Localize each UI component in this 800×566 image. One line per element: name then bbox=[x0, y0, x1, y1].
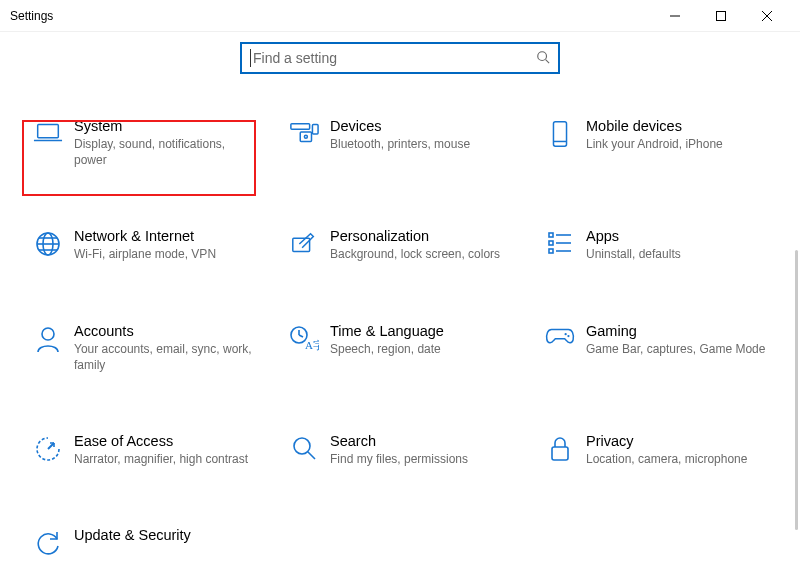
content-area: Find a setting System Display, sound, no… bbox=[0, 32, 800, 566]
window-title: Settings bbox=[10, 9, 53, 23]
tile-desc: Speech, region, date bbox=[330, 341, 516, 357]
tile-desc: Your accounts, email, sync, work, family bbox=[74, 341, 260, 373]
tile-title: Ease of Access bbox=[74, 433, 260, 449]
svg-rect-20 bbox=[549, 233, 553, 237]
maximize-icon bbox=[716, 11, 726, 21]
time-language-icon: A字 bbox=[284, 323, 324, 353]
tile-mobile-devices[interactable]: Mobile devices Link your Android, iPhone bbox=[536, 114, 776, 172]
minimize-button[interactable] bbox=[652, 0, 698, 32]
row-3: Accounts Your accounts, email, sync, wor… bbox=[24, 319, 776, 377]
tile-title: Mobile devices bbox=[586, 118, 772, 134]
vertical-scrollbar[interactable] bbox=[795, 250, 798, 530]
close-button[interactable] bbox=[744, 0, 790, 32]
svg-line-5 bbox=[546, 59, 550, 63]
tile-title: Time & Language bbox=[330, 323, 516, 339]
maximize-button[interactable] bbox=[698, 0, 744, 32]
update-icon bbox=[28, 527, 68, 557]
tile-desc: Uninstall, defaults bbox=[586, 246, 772, 262]
tile-desc: Display, sound, notifications, power bbox=[74, 136, 260, 168]
row-2: Network & Internet Wi-Fi, airplane mode,… bbox=[24, 224, 776, 266]
tile-system[interactable]: System Display, sound, notifications, po… bbox=[24, 114, 264, 172]
tile-title: Gaming bbox=[586, 323, 772, 339]
tile-title: Privacy bbox=[586, 433, 772, 449]
tile-title: Accounts bbox=[74, 323, 260, 339]
phone-icon bbox=[540, 118, 580, 148]
svg-point-26 bbox=[42, 328, 54, 340]
row-5: Update & Security bbox=[24, 523, 776, 561]
tile-time-language[interactable]: A字 Time & Language Speech, region, date bbox=[280, 319, 520, 377]
tile-desc: Location, camera, microphone bbox=[586, 451, 772, 467]
magnifier-icon bbox=[284, 433, 324, 461]
tile-title: System bbox=[74, 118, 260, 134]
svg-rect-35 bbox=[552, 447, 568, 460]
globe-icon bbox=[28, 228, 68, 258]
svg-rect-6 bbox=[38, 125, 59, 138]
close-icon bbox=[762, 11, 772, 21]
tile-title: Apps bbox=[586, 228, 772, 244]
tile-accounts[interactable]: Accounts Your accounts, email, sync, wor… bbox=[24, 319, 264, 377]
tile-title: Personalization bbox=[330, 228, 516, 244]
tile-desc: Background, lock screen, colors bbox=[330, 246, 516, 262]
svg-rect-9 bbox=[300, 132, 311, 141]
devices-icon bbox=[284, 118, 324, 146]
svg-rect-1 bbox=[717, 11, 726, 20]
tile-gaming[interactable]: Gaming Game Bar, captures, Game Mode bbox=[536, 319, 776, 377]
tile-search[interactable]: Search Find my files, permissions bbox=[280, 429, 520, 471]
svg-rect-22 bbox=[549, 249, 553, 253]
tile-ease-of-access[interactable]: Ease of Access Narrator, magnifier, high… bbox=[24, 429, 264, 471]
tile-apps[interactable]: Apps Uninstall, defaults bbox=[536, 224, 776, 266]
svg-line-29 bbox=[299, 335, 303, 337]
search-input[interactable]: Find a setting bbox=[240, 42, 560, 74]
svg-point-4 bbox=[538, 51, 547, 60]
tile-title: Search bbox=[330, 433, 516, 449]
settings-grid: System Display, sound, notifications, po… bbox=[0, 94, 800, 566]
tile-desc: Wi-Fi, airplane mode, VPN bbox=[74, 246, 260, 262]
apps-list-icon bbox=[540, 228, 580, 256]
person-icon bbox=[28, 323, 68, 353]
tile-devices[interactable]: Devices Bluetooth, printers, mouse bbox=[280, 114, 520, 172]
gamepad-icon bbox=[540, 323, 580, 347]
tile-title: Update & Security bbox=[74, 527, 260, 543]
search-icon bbox=[536, 50, 550, 67]
tile-update-security[interactable]: Update & Security bbox=[24, 523, 264, 561]
tile-desc: Link your Android, iPhone bbox=[586, 136, 772, 152]
svg-text:A字: A字 bbox=[305, 339, 319, 351]
search-row: Find a setting bbox=[0, 32, 800, 94]
ease-of-access-icon bbox=[28, 433, 68, 463]
svg-point-10 bbox=[304, 135, 307, 138]
svg-point-31 bbox=[565, 333, 567, 335]
title-bar: Settings bbox=[0, 0, 800, 32]
svg-rect-12 bbox=[553, 122, 566, 146]
search-placeholder: Find a setting bbox=[253, 50, 536, 66]
svg-rect-11 bbox=[312, 125, 318, 134]
svg-point-32 bbox=[567, 334, 569, 336]
row-1: System Display, sound, notifications, po… bbox=[24, 114, 776, 172]
tile-desc: Find my files, permissions bbox=[330, 451, 516, 467]
minimize-icon bbox=[670, 11, 680, 21]
svg-rect-8 bbox=[291, 124, 310, 130]
svg-point-33 bbox=[294, 438, 310, 454]
tile-desc: Game Bar, captures, Game Mode bbox=[586, 341, 772, 357]
tile-privacy[interactable]: Privacy Location, camera, microphone bbox=[536, 429, 776, 471]
text-caret bbox=[250, 49, 251, 67]
svg-rect-19 bbox=[293, 239, 310, 252]
tile-network[interactable]: Network & Internet Wi-Fi, airplane mode,… bbox=[24, 224, 264, 266]
row-4: Ease of Access Narrator, magnifier, high… bbox=[24, 429, 776, 471]
svg-line-34 bbox=[308, 452, 315, 459]
tile-desc: Bluetooth, printers, mouse bbox=[330, 136, 516, 152]
lock-icon bbox=[540, 433, 580, 463]
tile-personalization[interactable]: Personalization Background, lock screen,… bbox=[280, 224, 520, 266]
svg-rect-21 bbox=[549, 241, 553, 245]
laptop-icon bbox=[28, 118, 68, 146]
tile-title: Devices bbox=[330, 118, 516, 134]
paint-icon bbox=[284, 228, 324, 256]
tile-title: Network & Internet bbox=[74, 228, 260, 244]
tile-desc: Narrator, magnifier, high contrast bbox=[74, 451, 260, 467]
